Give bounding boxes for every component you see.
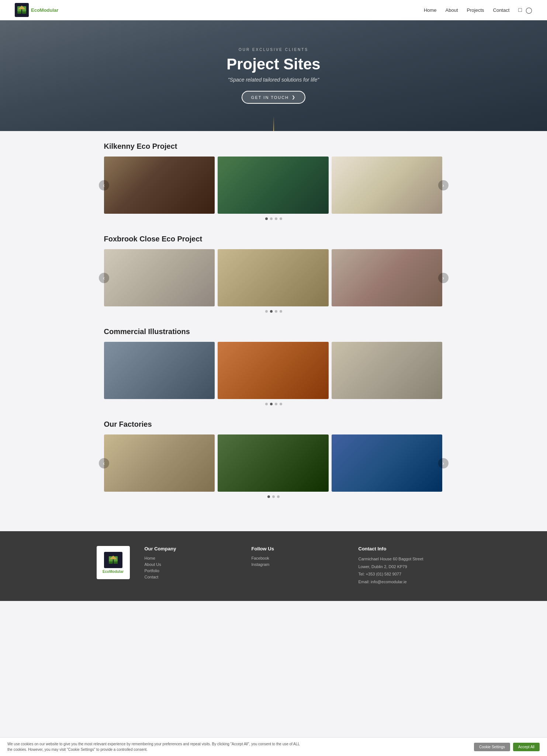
kilkenny-images <box>104 157 443 214</box>
footer-modular: Modular <box>109 570 124 574</box>
hero-subtitle: "Space related tailored solutions for li… <box>226 77 320 83</box>
factories-image-1 <box>104 434 215 492</box>
facebook-icon[interactable]: □ <box>518 7 522 14</box>
kilkenny-dot-1[interactable] <box>265 217 268 220</box>
kilkenny-prev-button[interactable]: ‹ <box>99 180 109 190</box>
foxbrook-dot-4[interactable] <box>280 310 282 313</box>
factories-dot-3[interactable] <box>277 495 280 498</box>
footer-tel: Tel: +353 (01) 582 9077 <box>359 571 451 578</box>
commercial-carousel <box>104 342 443 399</box>
footer-link-about[interactable]: About Us <box>145 562 237 567</box>
nav-projects[interactable]: Projects <box>467 7 484 13</box>
factories-title: Our Factories <box>104 420 443 429</box>
nav-home[interactable]: Home <box>424 7 437 13</box>
hero-btn-arrow: ❯ <box>292 95 296 100</box>
hero-section: OUR EXCLUSIVE CLIENTS Project Sites "Spa… <box>0 20 547 131</box>
svg-rect-4 <box>22 11 26 14</box>
footer-contact-col: Contact Info Carmichael House 60 Baggot … <box>359 546 451 586</box>
foxbrook-dot-3[interactable] <box>275 310 277 313</box>
hero-content: OUR EXCLUSIVE CLIENTS Project Sites "Spa… <box>226 48 320 104</box>
footer-company-col: Our Company Home About Us Portfolio Cont… <box>145 546 237 581</box>
hero-arrow-down <box>273 116 274 131</box>
logo[interactable]: EcoModular <box>15 3 58 17</box>
factories-section: Our Factories ‹ › <box>104 420 443 498</box>
footer-city: Lower, Dublin 2, D02 KP79 <box>359 564 451 570</box>
commercial-title: Commercial Illustrations <box>104 327 443 336</box>
footer-facebook-link[interactable]: Facebook <box>252 556 344 560</box>
kilkenny-dot-4[interactable] <box>280 217 282 220</box>
get-in-touch-button[interactable]: GET IN TOUCH ❯ <box>242 91 305 104</box>
foxbrook-image-3 <box>332 249 443 306</box>
commercial-dots <box>104 403 443 405</box>
nav-links: Home About Projects Contact □ ◯ <box>424 7 532 14</box>
commercial-images <box>104 342 443 399</box>
footer-link-portfolio[interactable]: Portfolio <box>145 568 237 573</box>
foxbrook-dot-1[interactable] <box>265 310 268 313</box>
hero-title: Project Sites <box>226 55 320 73</box>
factories-dots <box>104 495 443 498</box>
footer-social-heading: Follow Us <box>252 546 344 551</box>
commercial-image-2 <box>218 342 329 399</box>
logo-icon <box>15 3 29 17</box>
footer-contact-heading: Contact Info <box>359 546 451 551</box>
foxbrook-prev-button[interactable]: ‹ <box>99 273 109 283</box>
kilkenny-image-1 <box>104 157 215 214</box>
commercial-dot-1[interactable] <box>265 403 268 405</box>
kilkenny-image-2 <box>218 157 329 214</box>
footer-logo-icon <box>104 552 122 568</box>
factories-prev-button[interactable]: ‹ <box>99 458 109 468</box>
factories-dot-2[interactable] <box>272 495 275 498</box>
nav-contact[interactable]: Contact <box>493 7 510 13</box>
kilkenny-title: Kilkenny Eco Project <box>104 142 443 151</box>
logo-text: EcoModular <box>31 8 58 13</box>
commercial-dot-2[interactable] <box>270 403 273 405</box>
kilkenny-dots <box>104 217 443 220</box>
foxbrook-carousel: ‹ › <box>104 249 443 306</box>
main-content: Kilkenny Eco Project ‹ › Foxbrook Close … <box>97 131 451 524</box>
kilkenny-carousel: ‹ › <box>104 157 443 214</box>
factories-images <box>104 434 443 492</box>
footer-logo-text: EcoModular <box>103 570 124 574</box>
factories-image-3 <box>332 434 443 492</box>
navbar: EcoModular Home About Projects Contact □… <box>0 0 547 20</box>
foxbrook-image-2 <box>218 249 329 306</box>
commercial-section: Commercial Illustrations <box>104 327 443 405</box>
commercial-image-3 <box>332 342 443 399</box>
factories-carousel: ‹ › <box>104 434 443 492</box>
footer-company-heading: Our Company <box>145 546 237 551</box>
hero-label: OUR EXCLUSIVE CLIENTS <box>226 48 320 52</box>
commercial-image-1 <box>104 342 215 399</box>
factories-next-button[interactable]: › <box>438 458 449 468</box>
kilkenny-image-3 <box>332 157 443 214</box>
foxbrook-section: Foxbrook Close Eco Project ‹ › <box>104 235 443 313</box>
nav-about[interactable]: About <box>446 7 458 13</box>
kilkenny-section: Kilkenny Eco Project ‹ › <box>104 142 443 220</box>
instagram-icon[interactable]: ◯ <box>526 7 532 14</box>
foxbrook-dots <box>104 310 443 313</box>
kilkenny-dot-2[interactable] <box>270 217 273 220</box>
nav-social: □ ◯ <box>518 7 532 14</box>
footer-instagram-link[interactable]: Instagram <box>252 562 344 567</box>
footer-address: Carmichael House 60 Baggot Street <box>359 556 451 563</box>
hero-btn-label: GET IN TOUCH <box>251 95 289 100</box>
footer-logo: EcoModular <box>97 546 130 579</box>
footer-inner: EcoModular Our Company Home About Us Por… <box>97 546 451 586</box>
commercial-dot-3[interactable] <box>275 403 277 405</box>
kilkenny-dot-3[interactable] <box>275 217 277 220</box>
foxbrook-next-button[interactable]: › <box>438 273 449 283</box>
svg-rect-9 <box>114 561 118 564</box>
factories-dot-1[interactable] <box>267 495 270 498</box>
footer-eco: Eco <box>103 570 109 574</box>
footer: EcoModular Our Company Home About Us Por… <box>0 531 547 601</box>
factories-image-2 <box>218 434 329 492</box>
kilkenny-next-button[interactable]: › <box>438 180 449 190</box>
logo-modular: Modular <box>40 7 59 13</box>
footer-link-contact[interactable]: Contact <box>145 575 237 579</box>
footer-link-home[interactable]: Home <box>145 556 237 560</box>
svg-rect-3 <box>17 11 21 14</box>
foxbrook-dot-2[interactable] <box>270 310 273 313</box>
commercial-dot-4[interactable] <box>280 403 282 405</box>
foxbrook-title: Foxbrook Close Eco Project <box>104 235 443 243</box>
logo-eco: Eco <box>31 7 40 13</box>
svg-rect-8 <box>109 561 113 564</box>
